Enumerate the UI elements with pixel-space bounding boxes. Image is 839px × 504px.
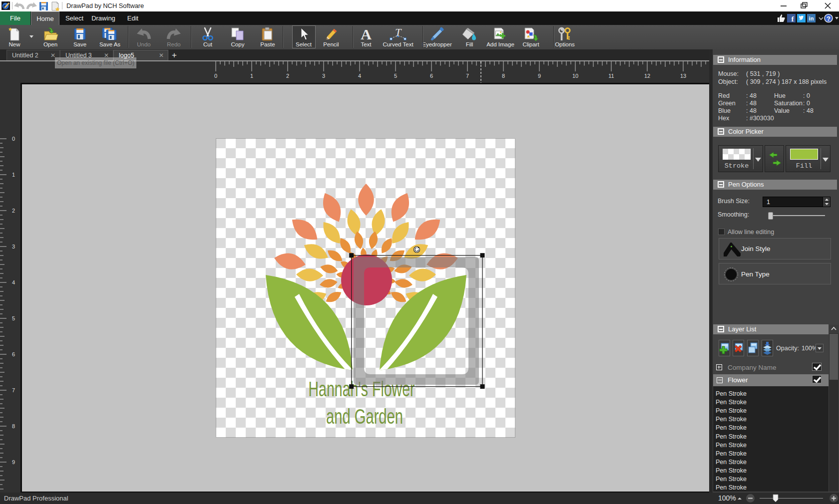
svg-text:9: 9 (538, 73, 541, 79)
svg-text:?: ? (827, 15, 831, 22)
svg-text:0: 0 (214, 73, 217, 79)
svg-text:7: 7 (12, 387, 15, 393)
svg-text:1: 1 (12, 172, 15, 178)
svg-text:2: 2 (12, 208, 15, 214)
svg-text:6: 6 (12, 351, 15, 357)
svg-text:6: 6 (430, 73, 433, 79)
svg-text:2: 2 (286, 73, 289, 79)
svg-text:8: 8 (502, 73, 505, 79)
svg-text:0: 0 (12, 136, 15, 142)
svg-text:A: A (361, 27, 372, 42)
svg-text:in: in (809, 15, 814, 21)
svg-text:11: 11 (608, 73, 614, 79)
svg-text:5: 5 (12, 315, 15, 321)
svg-text:3: 3 (12, 244, 15, 250)
svg-text:1: 1 (250, 73, 253, 79)
svg-text:9: 9 (12, 459, 15, 465)
svg-text:5: 5 (394, 73, 397, 79)
svg-text:8: 8 (12, 423, 15, 429)
svg-text:3: 3 (322, 73, 325, 79)
svg-text:10: 10 (572, 73, 578, 79)
svg-text:12: 12 (644, 73, 650, 79)
svg-text:4: 4 (12, 279, 15, 285)
svg-text:4: 4 (358, 73, 361, 79)
svg-text:and Garden: and Garden (326, 405, 403, 428)
svg-text:7: 7 (466, 73, 469, 79)
svg-text:13: 13 (680, 73, 686, 79)
